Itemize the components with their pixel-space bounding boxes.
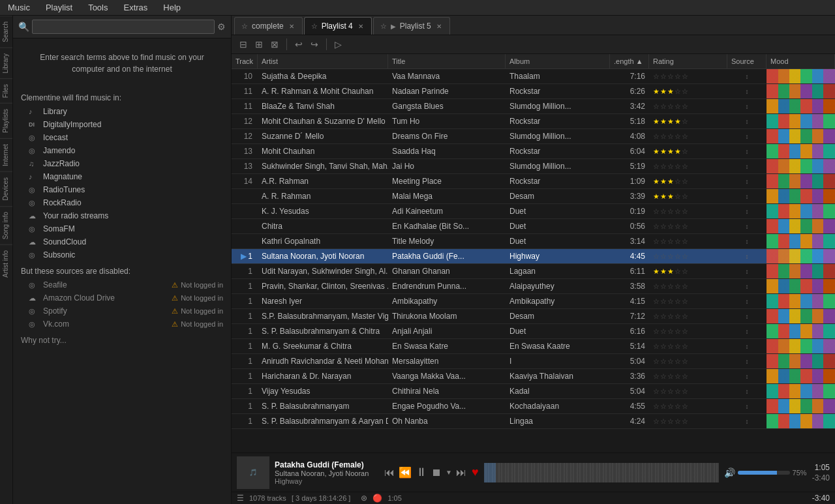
tab-playlist5-star[interactable]: ☆ — [380, 22, 387, 31]
table-row[interactable]: Kathri GopalnathTitle MelodyDuet3:14☆☆☆☆… — [232, 234, 835, 249]
track-rating[interactable]: ☆☆☆☆☆ — [649, 99, 727, 113]
table-row[interactable]: 1Haricharan & Dr. NarayanVaanga Makka Va… — [232, 369, 835, 384]
tab-internet[interactable]: Internet — [0, 138, 12, 171]
tab-complete-close[interactable]: ✕ — [288, 23, 296, 30]
table-row[interactable]: 1S.P. Balasubrahmanyam, Master Vig...Thi… — [232, 309, 835, 324]
table-row[interactable]: 12Suzanne D´ MelloDreams On FireSlumdog … — [232, 129, 835, 144]
star-3[interactable]: ☆ — [667, 102, 674, 111]
sidebar-item-radiotunes[interactable]: ◎ RadioTunes — [13, 183, 231, 196]
star-5[interactable]: ☆ — [682, 342, 688, 351]
star-5[interactable]: ☆ — [682, 147, 688, 156]
tab-search[interactable]: Search — [0, 16, 12, 48]
table-row[interactable]: 1Udit Narayan, Sukhwinder Singh, Al...Gh… — [232, 264, 835, 279]
star-5[interactable]: ☆ — [682, 387, 688, 396]
star-1[interactable]: ☆ — [653, 342, 660, 351]
track-rating[interactable]: ☆☆☆☆☆ — [649, 384, 727, 398]
star-2[interactable]: ☆ — [660, 327, 667, 336]
star-5[interactable]: ☆ — [682, 177, 688, 186]
star-3[interactable]: ☆ — [667, 72, 674, 81]
table-row[interactable]: 13Mohit ChauhanSaadda HaqRockstar6:04★★★… — [232, 144, 835, 159]
star-4[interactable]: ☆ — [675, 417, 681, 426]
track-rating[interactable]: ☆☆☆☆☆ — [649, 249, 727, 263]
star-2[interactable]: ★ — [660, 117, 667, 126]
star-5[interactable]: ☆ — [682, 267, 688, 276]
next-button[interactable]: ⏭ — [456, 467, 466, 479]
track-rating[interactable]: ☆☆☆☆☆ — [649, 129, 727, 143]
star-1[interactable]: ☆ — [653, 162, 660, 171]
star-2[interactable]: ★ — [660, 87, 667, 96]
star-3[interactable]: ★ — [667, 267, 674, 276]
star-5[interactable]: ☆ — [682, 327, 688, 336]
star-3[interactable]: ☆ — [667, 252, 674, 261]
track-rating[interactable]: ★★★☆☆ — [649, 189, 727, 203]
star-5[interactable]: ☆ — [682, 222, 688, 231]
star-3[interactable]: ☆ — [667, 387, 674, 396]
sidebar-item-soundcloud[interactable]: ☁ SoundCloud — [13, 235, 231, 248]
table-row[interactable]: 1M. G. Sreekumar & ChitraEn Swasa KatreE… — [232, 339, 835, 354]
stop-menu-button[interactable]: ▼ — [446, 469, 452, 476]
star-4[interactable]: ☆ — [675, 222, 681, 231]
search-config-icon[interactable]: ⚙ — [217, 22, 226, 32]
search-icon[interactable]: 🔍 — [18, 22, 29, 32]
star-2[interactable]: ☆ — [660, 282, 667, 291]
star-2[interactable]: ☆ — [660, 402, 667, 411]
star-2[interactable]: ☆ — [660, 132, 667, 141]
col-track[interactable]: Track — [232, 54, 258, 68]
tab-playlist5[interactable]: ☆ ▶ Playlist 5 ✕ — [373, 17, 450, 35]
star-3[interactable]: ☆ — [667, 402, 674, 411]
star-1[interactable]: ★ — [653, 192, 660, 201]
sidebar-item-subsonic[interactable]: ◎ Subsonic — [13, 248, 231, 261]
toolbar-btn-redo[interactable]: ↪ — [308, 38, 321, 51]
track-rating[interactable]: ☆☆☆☆☆ — [649, 234, 727, 248]
star-3[interactable]: ☆ — [667, 237, 674, 246]
sidebar-item-amazon-cloud[interactable]: ☁ Amazon Cloud Drive ⚠ Not logged in — [13, 291, 231, 304]
tab-playlists[interactable]: Playlists — [0, 103, 12, 138]
star-2[interactable]: ★ — [660, 147, 667, 156]
star-1[interactable]: ☆ — [653, 357, 660, 366]
star-5[interactable]: ☆ — [682, 357, 688, 366]
menu-playlist[interactable]: Playlist — [43, 1, 75, 14]
sidebar-item-rockradio[interactable]: ◎ RockRadio — [13, 196, 231, 209]
tab-library[interactable]: Library — [0, 48, 12, 79]
star-3[interactable]: ★ — [667, 177, 674, 186]
toolbar-btn-undo[interactable]: ↩ — [292, 38, 305, 51]
star-5[interactable]: ☆ — [682, 237, 688, 246]
star-5[interactable]: ☆ — [682, 282, 688, 291]
star-4[interactable]: ☆ — [675, 72, 681, 81]
star-5[interactable]: ☆ — [682, 102, 688, 111]
table-row[interactable]: K. J. YesudasAdi KaineetumDuet0:19☆☆☆☆☆↕ — [232, 204, 835, 219]
sidebar-item-jazzradio[interactable]: ♫ JazzRadio — [13, 157, 231, 170]
star-2[interactable]: ☆ — [660, 387, 667, 396]
star-2[interactable]: ★ — [660, 267, 667, 276]
table-row[interactable]: ▶1Sultana Nooran, Jyoti NooranPatakha Gu… — [232, 249, 835, 264]
star-3[interactable]: ☆ — [667, 342, 674, 351]
menu-extras[interactable]: Extras — [121, 1, 151, 14]
star-1[interactable]: ★ — [653, 117, 660, 126]
star-2[interactable]: ☆ — [660, 342, 667, 351]
track-rating[interactable]: ☆☆☆☆☆ — [649, 204, 727, 218]
star-1[interactable]: ☆ — [653, 402, 660, 411]
table-row[interactable]: 11A. R. Rahman & Mohit ChauhanNadaan Par… — [232, 84, 835, 99]
star-3[interactable]: ☆ — [667, 417, 674, 426]
sidebar-item-seafile[interactable]: ◎ Seafile ⚠ Not logged in — [13, 278, 231, 291]
track-rating[interactable]: ☆☆☆☆☆ — [649, 159, 727, 173]
toolbar-btn-2[interactable]: ⊞ — [252, 38, 266, 51]
star-4[interactable]: ☆ — [675, 327, 681, 336]
star-4[interactable]: ☆ — [675, 402, 681, 411]
star-2[interactable]: ☆ — [660, 72, 667, 81]
star-3[interactable]: ☆ — [667, 162, 674, 171]
track-rating[interactable]: ☆☆☆☆☆ — [649, 339, 727, 353]
star-3[interactable]: ☆ — [667, 132, 674, 141]
table-row[interactable]: 1Pravin, Shankar, Clinton, Sreenivas ...… — [232, 279, 835, 294]
table-row[interactable]: 11BlaaZe & Tanvi ShahGangsta BluesSlumdo… — [232, 99, 835, 114]
star-1[interactable]: ☆ — [653, 132, 660, 141]
star-5[interactable]: ☆ — [682, 117, 688, 126]
star-4[interactable]: ★ — [675, 117, 681, 126]
track-rating[interactable]: ★★★★☆ — [649, 114, 727, 128]
star-2[interactable]: ☆ — [660, 102, 667, 111]
star-1[interactable]: ☆ — [653, 312, 660, 321]
star-4[interactable]: ☆ — [675, 162, 681, 171]
col-rating[interactable]: Rating — [649, 54, 727, 68]
table-row[interactable]: 1Anirudh Ravichandar & Neeti MohanMersal… — [232, 354, 835, 369]
star-1[interactable]: ★ — [653, 177, 660, 186]
